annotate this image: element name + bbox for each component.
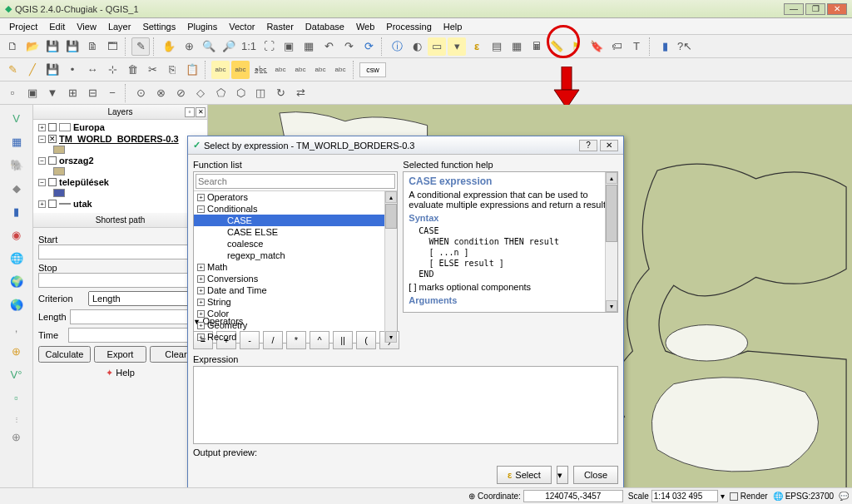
close-button[interactable]: Close xyxy=(573,466,618,484)
help-link[interactable]: ✦ Help xyxy=(38,368,202,378)
expand-icon[interactable]: + xyxy=(38,124,46,131)
add-feature-icon[interactable]: • xyxy=(63,61,82,79)
collapse-icon[interactable]: ⊟ xyxy=(83,84,102,102)
time-input[interactable] xyxy=(68,328,202,343)
zoom-out-icon[interactable]: 🔎 xyxy=(220,37,238,56)
coordinate-input[interactable] xyxy=(523,490,623,502)
csw-button[interactable]: csw xyxy=(359,62,386,77)
tree-case-else[interactable]: CASE ELSE xyxy=(194,226,397,238)
rotate-icon[interactable]: ↻ xyxy=(271,84,290,102)
node-tool-icon[interactable]: ⊹ xyxy=(103,61,121,79)
label-rotate-icon[interactable]: abc xyxy=(311,61,329,79)
tree-operators[interactable]: Operators xyxy=(207,192,248,202)
scroll-up-icon[interactable]: ▴ xyxy=(385,191,397,203)
tree-coalesce[interactable]: coalesce xyxy=(194,238,397,250)
menu-settings[interactable]: Settings xyxy=(136,20,181,33)
zoom-layer-icon[interactable]: ▦ xyxy=(300,37,318,56)
add-virtual-icon[interactable]: V° xyxy=(7,364,27,384)
layer-label[interactable]: Europa xyxy=(73,122,105,132)
tree-record[interactable]: Record xyxy=(207,332,236,342)
layer-label[interactable]: TM_WORLD_BORDERS-0.3 xyxy=(59,134,179,144)
open-project-icon[interactable]: 📂 xyxy=(23,37,42,56)
menu-plugins[interactable]: Plugins xyxy=(181,20,223,33)
new-layer-icon[interactable]: 🗎 xyxy=(83,37,102,56)
pan-selection-icon[interactable]: ⊕ xyxy=(180,37,198,56)
search-input[interactable] xyxy=(196,174,395,189)
python-console-icon[interactable]: ▮ xyxy=(656,37,674,56)
pan-icon[interactable]: ✋ xyxy=(160,37,178,56)
label-move-icon[interactable]: abc xyxy=(291,61,310,79)
layers-tree[interactable]: + Europa − TM_WORLD_BORDERS-0.3 − orszag… xyxy=(33,120,207,213)
label-abc-icon[interactable]: abc xyxy=(211,61,230,79)
select-dropdown-icon[interactable]: ▾ xyxy=(448,37,466,56)
save-icon[interactable]: 💾 xyxy=(43,37,62,56)
layer-checkbox[interactable] xyxy=(48,156,57,165)
add-wcs-icon[interactable]: 🌍 xyxy=(7,271,27,291)
panel-float-icon[interactable]: ▫ xyxy=(185,107,195,117)
move-feature-icon[interactable]: ↔ xyxy=(83,61,102,79)
bookmark-list-icon[interactable]: 🔖 xyxy=(587,37,606,56)
dialog-help-button[interactable]: ? xyxy=(579,140,597,151)
scroll-up-icon[interactable]: ▴ xyxy=(606,172,617,184)
layer-label[interactable]: orszag2 xyxy=(59,156,94,166)
zoom-in-icon[interactable]: 🔍 xyxy=(200,37,218,56)
select-rect-icon[interactable]: ▭ xyxy=(428,37,446,56)
tree-conditionals[interactable]: Conditionals xyxy=(207,204,258,214)
offset-icon[interactable]: ⇄ xyxy=(291,84,310,102)
window-close-button[interactable]: ✕ xyxy=(827,3,847,15)
expression-textarea[interactable] xyxy=(193,366,618,444)
tree-conversions[interactable]: Conversions xyxy=(207,274,258,284)
menu-processing[interactable]: Processing xyxy=(380,20,437,33)
filter-icon[interactable]: ▼ xyxy=(43,84,62,102)
snapping-icon[interactable]: ⊙ xyxy=(131,84,150,102)
zoom-next-icon[interactable]: ↷ xyxy=(339,37,358,56)
tree-datetime[interactable]: Date and Time xyxy=(207,285,267,295)
menu-database[interactable]: Database xyxy=(300,20,350,33)
menu-help[interactable]: Help xyxy=(438,20,468,33)
add-oracle-icon[interactable]: ◉ xyxy=(7,225,27,245)
scale-input[interactable] xyxy=(651,490,718,502)
menu-view[interactable]: View xyxy=(71,20,102,33)
add-spatialite-icon[interactable]: ◆ xyxy=(7,178,27,198)
menu-web[interactable]: Web xyxy=(350,20,380,33)
menu-edit[interactable]: Edit xyxy=(43,20,71,33)
zoom-selection-icon[interactable]: ▣ xyxy=(280,37,298,56)
text-annotation-icon[interactable]: T xyxy=(627,37,646,56)
add-csv-icon[interactable]: , xyxy=(7,318,27,338)
attribute-table-icon[interactable]: ▦ xyxy=(508,37,526,56)
gps-icon[interactable]: ⊕ xyxy=(7,427,27,447)
copy-icon[interactable]: ⎘ xyxy=(163,61,181,79)
layer-checkbox[interactable] xyxy=(48,178,57,186)
tree-scrollbar[interactable]: ▴ ▾ xyxy=(384,191,397,343)
tree-regexp-match[interactable]: regexp_match xyxy=(194,250,397,261)
save-as-icon[interactable]: 💾 xyxy=(63,37,82,56)
messages-icon[interactable]: 💬 xyxy=(839,492,849,501)
add-vector-icon[interactable]: V xyxy=(7,108,27,128)
layer-checkbox[interactable] xyxy=(48,200,57,208)
label-highlight-icon[interactable]: abc xyxy=(231,61,250,79)
scale-dropdown-icon[interactable]: ▾ xyxy=(721,492,725,501)
export-button[interactable]: Export xyxy=(94,346,146,363)
expand-icon[interactable]: − xyxy=(38,179,46,186)
identify-icon[interactable]: ⓘ xyxy=(388,37,406,56)
scroll-down-icon[interactable]: ▾ xyxy=(606,300,617,312)
tree-string[interactable]: String xyxy=(207,297,231,307)
tree-math[interactable]: Math xyxy=(207,262,227,272)
field-calc-icon[interactable]: 🖩 xyxy=(528,37,546,56)
new-project-icon[interactable]: 🗋 xyxy=(3,37,22,56)
function-tree[interactable]: +Operators −Conditionals CASE CASE ELSE … xyxy=(194,190,397,343)
topology-icon[interactable]: ⊗ xyxy=(151,84,170,102)
select-expression-icon[interactable]: ε xyxy=(468,37,486,56)
tree-color[interactable]: Color xyxy=(207,309,229,319)
help-scrollbar[interactable]: ▴ ▾ xyxy=(605,172,617,312)
remove-layer-icon[interactable]: − xyxy=(103,84,121,102)
expand-icon[interactable]: − xyxy=(38,136,46,143)
menu-layer[interactable]: Layer xyxy=(102,20,137,33)
stop-input[interactable] xyxy=(38,273,202,288)
layout-icon[interactable]: 🗔 xyxy=(103,37,121,56)
menu-project[interactable]: Project xyxy=(3,20,43,33)
add-gpx-icon[interactable]: ⊕ xyxy=(7,341,27,361)
edit-line-icon[interactable]: ╱ xyxy=(23,61,42,79)
layer-checkbox[interactable] xyxy=(48,135,57,143)
expand-icon[interactable]: − xyxy=(38,157,46,165)
